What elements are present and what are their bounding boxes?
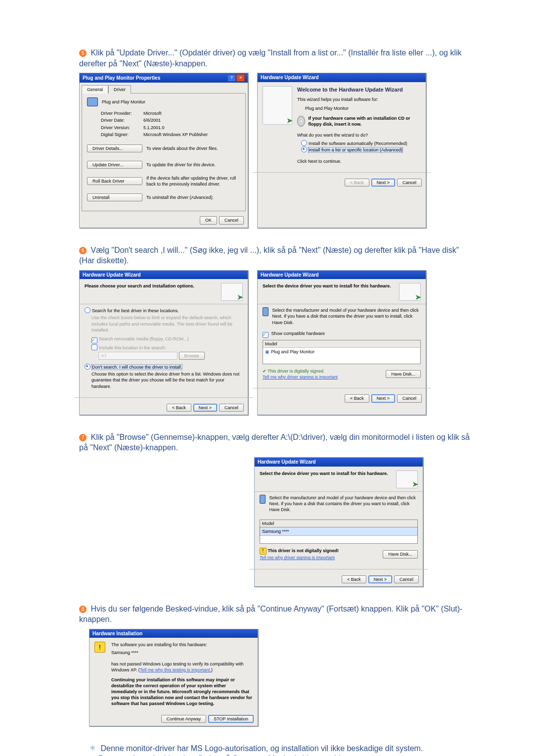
next-button[interactable]: Next >	[371, 394, 395, 402]
back-button: < Back	[345, 179, 369, 187]
update-driver-button[interactable]: Update Driver...	[87, 161, 142, 169]
have-disk-button[interactable]: Have Disk...	[383, 550, 418, 558]
next-button[interactable]: Next >	[371, 179, 395, 187]
cancel-button[interactable]: Cancel	[397, 394, 422, 402]
dlg-logo-warning: Hardware Installation ! The software you…	[89, 629, 258, 726]
logo-testing-link[interactable]: Tell me why this testing is important.	[140, 667, 211, 672]
dlg-props-title: Plug and Play Monitor Properties	[83, 75, 160, 82]
tab-driver[interactable]: Driver	[108, 85, 131, 94]
ok-button[interactable]: OK	[200, 216, 217, 224]
model-row-selected[interactable]: Samsung ****	[260, 527, 417, 535]
tab-general[interactable]: General	[82, 85, 108, 94]
help-icon[interactable]: ?	[227, 74, 236, 82]
note-block: ✳ Denne monitor-driver har MS Logo-autor…	[89, 743, 475, 756]
wiz1-welcome: Welcome to the Hardware Update Wizard	[297, 86, 421, 94]
wizard-icon	[221, 283, 243, 301]
dlg-wizard-welcome: Hardware Update Wizard Welcome to the Ha…	[257, 73, 426, 228]
warning-icon: !	[94, 642, 105, 653]
bullet-8: 8	[79, 606, 87, 613]
signing-link[interactable]: Tell me why driver signing is important	[260, 555, 335, 560]
stop-installation-button[interactable]: STOP Installation	[208, 715, 254, 723]
driver-details-button[interactable]: Driver Details...	[87, 144, 142, 152]
back-button[interactable]: < Back	[345, 394, 369, 402]
step-5: Klik på "Update Driver..." (Opdatér driv…	[79, 48, 462, 68]
dlg-search-options: Hardware Update Wizard Please choose you…	[79, 270, 248, 415]
monitor-icon	[260, 495, 266, 504]
have-disk-button[interactable]: Have Disk...	[386, 370, 421, 378]
monitor-icon	[87, 97, 98, 106]
step-7: Klik på "Browse" (Gennemse)-knappen, væl…	[79, 433, 470, 452]
cancel-button[interactable]: Cancel	[397, 179, 422, 187]
step-7-text: 7 Klik på "Browse" (Gennemse)-knappen, v…	[79, 432, 475, 453]
dlg-select-driver-compat: Hardware Update Wizard Select the device…	[257, 270, 426, 415]
wizard-icon	[396, 471, 418, 488]
step-6-text: 6 Vælg "Don't search ,I will..." (Søg ik…	[79, 245, 475, 266]
signing-link[interactable]: Tell me why driver signing is important	[263, 375, 338, 379]
disc-icon	[297, 116, 305, 127]
radio-search[interactable]	[85, 307, 90, 313]
warn-icon: !	[260, 548, 267, 555]
close-icon[interactable]: ×	[236, 74, 245, 82]
path-input: A:\	[98, 352, 178, 360]
radio-list[interactable]	[301, 146, 307, 152]
back-button[interactable]: < Back	[342, 575, 366, 583]
monitor-icon	[263, 307, 268, 316]
wizard-icon	[399, 283, 421, 301]
cancel-button[interactable]: Cancel	[219, 404, 244, 412]
uninstall-button[interactable]: Uninstall	[87, 193, 142, 201]
bullet-6: 6	[79, 247, 87, 254]
radio-auto[interactable]	[301, 140, 307, 146]
model-row[interactable]: ▣Plug and Play Monitor	[263, 348, 420, 356]
browse-button: Browse	[179, 352, 205, 360]
back-button[interactable]: < Back	[167, 404, 191, 412]
cancel-button[interactable]: Cancel	[394, 575, 419, 583]
dlg-select-driver-samsung: Hardware Update Wizard Select the device…	[254, 457, 423, 587]
step-8-text: 8 Hvis du ser følgende Besked-vindue, kl…	[79, 604, 475, 625]
continue-anyway-button[interactable]: Continue Anyway	[161, 715, 207, 723]
wiz1-title: Hardware Update Wizard	[261, 74, 319, 81]
next-button[interactable]: Next >	[368, 575, 392, 583]
note-star-icon: ✳	[89, 744, 96, 752]
bullet-7: 7	[79, 434, 87, 441]
dlg-properties: Plug and Play Monitor Properties ? × Gen…	[79, 73, 248, 228]
bullet-5: 5	[79, 49, 87, 57]
wizard-icon	[263, 86, 292, 125]
check-compat[interactable]	[263, 332, 268, 338]
check-location	[91, 344, 97, 350]
next-button[interactable]: Next >	[193, 404, 217, 412]
props-heading: Plug and Play Monitor	[102, 99, 145, 105]
step-8: Hvis du ser følgende Besked-vindue, klik…	[79, 605, 462, 624]
radio-dont-search[interactable]	[85, 364, 90, 370]
check-media	[91, 337, 97, 343]
rollback-button[interactable]: Roll Back Driver	[87, 177, 142, 185]
cancel-button[interactable]: Cancel	[219, 216, 244, 224]
step-6: Vælg "Don't search ,I will..." (Søg ikke…	[79, 246, 459, 265]
step-5-text: 5 Klik på "Update Driver..." (Opdatér dr…	[79, 47, 475, 69]
